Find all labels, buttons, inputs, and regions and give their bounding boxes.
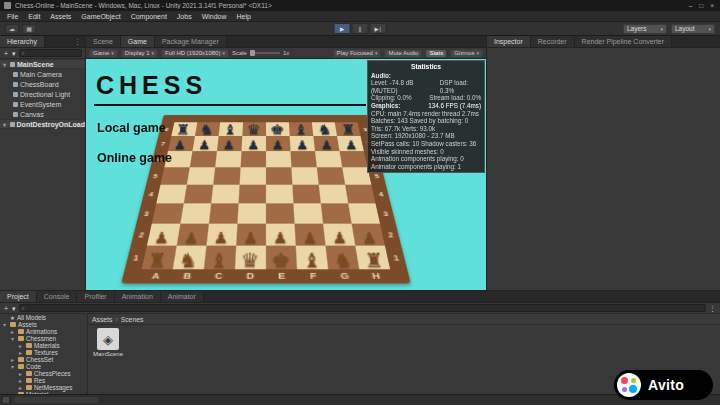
white-p-piece[interactable]: ♟: [154, 230, 170, 246]
foldout-icon[interactable]: ▸: [19, 370, 24, 377]
white-b-piece[interactable]: ♝: [303, 250, 322, 270]
black-p-piece[interactable]: ♟: [174, 139, 187, 151]
folder-textures[interactable]: ▸Textures: [0, 349, 87, 356]
menu-assets[interactable]: Assets: [45, 11, 76, 22]
gizmos-dropdown[interactable]: Gizmos▾: [450, 49, 483, 58]
tab-animation[interactable]: Animation: [115, 291, 161, 302]
foldout-icon[interactable]: ▾: [3, 321, 8, 328]
black-b-piece[interactable]: ♝: [294, 122, 309, 136]
hierarchy-item-main-camera[interactable]: Main Camera: [0, 69, 85, 79]
game-menu-online-game[interactable]: Online game: [97, 151, 172, 165]
white-p-piece[interactable]: ♟: [184, 230, 200, 246]
black-p-piece[interactable]: ♟: [247, 139, 260, 151]
white-q-piece[interactable]: ♛: [241, 250, 260, 270]
black-k-piece[interactable]: ♚: [271, 122, 286, 136]
slider-knob[interactable]: [250, 50, 255, 56]
black-p-piece[interactable]: ♟: [198, 139, 211, 151]
panel-menu-icon[interactable]: ⋮: [70, 36, 85, 47]
resolution-dropdown[interactable]: Full HD (1920x1080)▾: [161, 49, 229, 58]
breadcrumb-root[interactable]: Assets: [92, 316, 112, 323]
hierarchy-scene-mainscene[interactable]: ▾MainScene: [0, 59, 85, 69]
folder-materials[interactable]: ▸Materials: [0, 342, 87, 349]
chevron-down-icon[interactable]: ▾: [11, 304, 17, 313]
black-n-piece[interactable]: ♞: [200, 122, 215, 136]
black-b-piece[interactable]: ♝: [223, 122, 238, 136]
add-object-button[interactable]: +: [3, 49, 9, 58]
tab-recorder[interactable]: Recorder: [531, 36, 575, 47]
layout-dropdown[interactable]: Layout▾: [671, 24, 715, 34]
close-button[interactable]: ×: [710, 0, 714, 11]
foldout-icon[interactable]: ▸: [19, 349, 24, 356]
pause-button[interactable]: ∥: [352, 23, 369, 34]
chevron-down-icon[interactable]: ▾: [11, 49, 17, 58]
hierarchy-item-chessboard[interactable]: ChessBoard: [0, 79, 85, 89]
black-p-piece[interactable]: ♟: [296, 139, 309, 151]
folder-chessmen[interactable]: ▾Chessmen: [0, 335, 87, 342]
white-k-piece[interactable]: ♚: [272, 250, 291, 270]
black-p-piece[interactable]: ♟: [272, 139, 285, 151]
white-p-piece[interactable]: ♟: [214, 230, 230, 246]
menu-file[interactable]: File: [2, 11, 23, 22]
hierarchy-item-eventsystem[interactable]: EventSystem: [0, 99, 85, 109]
black-p-piece[interactable]: ♟: [321, 139, 334, 151]
tab-game[interactable]: Game: [121, 36, 155, 47]
layers-dropdown[interactable]: Layers▾: [623, 24, 667, 34]
maximize-button[interactable]: □: [699, 0, 703, 11]
folder-res[interactable]: ▸Res: [0, 377, 87, 384]
folder-code[interactable]: ▾Code: [0, 363, 87, 370]
folder-netmessages[interactable]: ▸NetMessages: [0, 384, 87, 391]
display-dropdown[interactable]: Display 1▾: [121, 49, 158, 58]
folder-all-models[interactable]: ★All Models: [0, 314, 87, 321]
folder-animations[interactable]: ▸Animations: [0, 328, 87, 335]
tab-project[interactable]: Project: [0, 291, 37, 302]
white-p-piece[interactable]: ♟: [362, 230, 378, 246]
stats-button[interactable]: Stats: [425, 49, 447, 58]
foldout-icon[interactable]: ▾: [11, 363, 16, 370]
foldout-icon[interactable]: ▸: [11, 391, 16, 394]
foldout-icon[interactable]: ▸: [11, 356, 16, 363]
foldout-icon[interactable]: ▾: [11, 335, 16, 342]
foldout-icon[interactable]: ▸: [19, 384, 24, 391]
black-q-piece[interactable]: ♛: [247, 122, 262, 136]
hierarchy-item-canvas[interactable]: Canvas: [0, 109, 85, 119]
minimize-button[interactable]: –: [689, 0, 693, 11]
black-p-piece[interactable]: ♟: [345, 139, 358, 151]
menu-jobs[interactable]: Jobs: [172, 11, 197, 22]
folder-assets[interactable]: ▾Assets: [0, 321, 87, 328]
tab-scene[interactable]: Scene: [86, 36, 121, 47]
foldout-icon[interactable]: ▾: [3, 61, 8, 68]
play-focused-dropdown[interactable]: Play Focused▾: [333, 49, 382, 58]
folder-chesspieces[interactable]: ▸ChessPieces: [0, 370, 87, 377]
foldout-icon[interactable]: ▸: [19, 342, 24, 349]
hierarchy-scene-dontdestroyonload[interactable]: ▾DontDestroyOnLoad: [0, 119, 85, 129]
breadcrumb-current[interactable]: Scenes: [121, 316, 144, 323]
hierarchy-search[interactable]: ⌕: [19, 49, 82, 57]
white-r-piece[interactable]: ♜: [148, 250, 168, 270]
menu-help[interactable]: Help: [232, 11, 256, 22]
cloud-icon[interactable]: ☁: [5, 24, 19, 34]
white-p-piece[interactable]: ♟: [273, 230, 288, 246]
foldout-icon[interactable]: ▸: [19, 377, 24, 384]
step-button[interactable]: ▶∣: [370, 23, 387, 34]
status-message[interactable]: [13, 396, 99, 404]
mute-audio-button[interactable]: Mute Audio: [384, 49, 422, 58]
menu-gameobject[interactable]: GameObject: [76, 11, 125, 22]
tab-hierarchy[interactable]: Hierarchy: [0, 36, 45, 47]
console-status-icon[interactable]: [3, 397, 9, 403]
folder-chessset[interactable]: ▸ChessSet: [0, 356, 87, 363]
tab-animator[interactable]: Animator: [161, 291, 204, 302]
tab-render-pipeline-converter[interactable]: Render Pipeline Converter: [575, 36, 673, 47]
black-r-piece[interactable]: ♜: [341, 122, 356, 136]
white-b-piece[interactable]: ♝: [210, 250, 229, 270]
project-search[interactable]: ⌕: [19, 304, 706, 312]
panel-menu-icon[interactable]: ⋮: [708, 304, 717, 313]
black-p-piece[interactable]: ♟: [223, 139, 236, 151]
play-button[interactable]: ▶: [334, 23, 351, 34]
menu-window[interactable]: Window: [197, 11, 232, 22]
white-p-piece[interactable]: ♟: [332, 230, 348, 246]
white-p-piece[interactable]: ♟: [303, 230, 319, 246]
foldout-icon[interactable]: ▾: [3, 121, 8, 128]
foldout-icon[interactable]: ▸: [11, 328, 16, 335]
black-r-piece[interactable]: ♜: [176, 122, 191, 136]
white-p-piece[interactable]: ♟: [244, 230, 259, 246]
